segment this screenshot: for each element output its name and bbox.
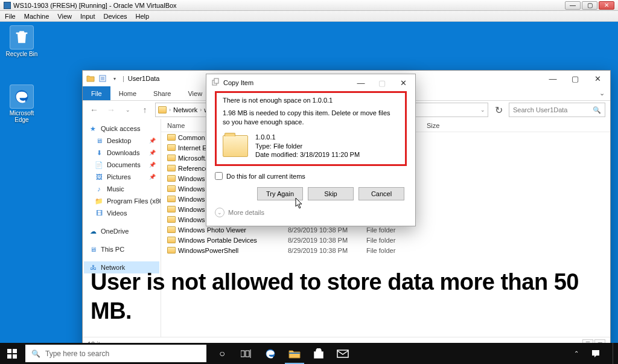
menu-view[interactable]: View <box>57 13 72 20</box>
file-type: File folder <box>360 237 421 244</box>
menu-devices[interactable]: Devices <box>103 13 127 20</box>
skip-button[interactable]: Skip <box>308 187 354 200</box>
refresh-button[interactable]: ↻ <box>492 104 505 116</box>
svg-rect-4 <box>7 349 11 353</box>
mail-taskbar-icon[interactable] <box>331 343 355 364</box>
do-for-all-checkbox-row[interactable]: Do this for all current items <box>215 172 407 180</box>
nav-onedrive[interactable]: ☁OneDrive <box>84 225 159 237</box>
folder-icon <box>167 216 176 223</box>
search-input[interactable]: Search User1Data 🔍 <box>509 103 605 117</box>
breadcrumb-network[interactable]: Network <box>173 106 197 113</box>
edge-taskbar-icon[interactable] <box>258 343 282 364</box>
dialog-maximize-button[interactable]: ▢ <box>372 75 392 90</box>
tab-file[interactable]: File <box>83 86 110 100</box>
start-button[interactable] <box>0 343 24 364</box>
menu-help[interactable]: Help <box>136 13 150 20</box>
nav-programfiles[interactable]: 📁Program Files (x86) <box>84 195 159 207</box>
file-date: 8/29/2019 10:38 PM <box>282 237 360 244</box>
dialog-subtext: 1.98 MB is needed to copy this item. Del… <box>223 109 399 127</box>
tab-share[interactable]: Share <box>145 86 179 100</box>
cancel-button[interactable]: Cancel <box>358 187 404 200</box>
desktop[interactable]: Recycle Bin Microsoft Edge ▾ | User1Data… <box>0 22 618 343</box>
store-taskbar-icon[interactable] <box>307 343 331 364</box>
qat-properties-icon[interactable] <box>98 74 107 83</box>
folder-icon <box>167 206 176 212</box>
nav-music[interactable]: ♪Music <box>84 183 159 195</box>
svg-rect-3 <box>214 78 218 83</box>
menu-machine[interactable]: Machine <box>24 13 49 20</box>
try-again-button[interactable]: Try Again <box>257 187 303 200</box>
nav-desktop[interactable]: 🖥Desktop📌 <box>84 135 159 147</box>
chevron-right-icon[interactable]: › <box>169 107 171 113</box>
taskbar: 🔍 Type here to search ○ ⌃ <box>0 343 618 364</box>
do-for-all-checkbox[interactable] <box>215 172 223 180</box>
file-type: File folder <box>360 247 421 254</box>
folder-icon <box>223 135 248 157</box>
forward-button[interactable]: → <box>104 103 118 117</box>
nav-thispc[interactable]: 🖥This PC <box>84 243 159 255</box>
folder-icon <box>167 237 176 243</box>
search-icon: 🔍 <box>593 106 601 114</box>
search-placeholder: Search User1Data <box>513 106 568 113</box>
dialog-title-text: Copy Item <box>223 79 253 86</box>
dialog-minimize-button[interactable]: — <box>351 75 371 90</box>
file-name: Windows Portable Devices <box>178 237 257 244</box>
do-for-all-label: Do this for all current items <box>226 173 305 180</box>
svg-rect-12 <box>289 353 300 354</box>
system-tray: ⌃ <box>574 343 618 364</box>
svg-rect-6 <box>7 354 11 359</box>
taskbar-search[interactable]: 🔍 Type here to search <box>25 345 206 362</box>
explorer-minimize-button[interactable]: — <box>543 72 563 85</box>
recent-locations-button[interactable]: ⌄ <box>121 103 135 117</box>
dialog-title-bar[interactable]: Copy Item — ▢ ✕ <box>206 74 415 91</box>
menu-input[interactable]: Input <box>80 13 95 20</box>
cortana-button[interactable]: ○ <box>210 343 234 364</box>
explorer-close-button[interactable]: ✕ <box>587 72 608 85</box>
show-desktop-button[interactable] <box>613 343 616 364</box>
more-details-toggle[interactable]: ⌄ More details <box>215 206 407 220</box>
recycle-bin-icon[interactable]: Recycle Bin <box>4 25 40 57</box>
maximize-button[interactable]: ▢ <box>582 1 597 10</box>
menu-file[interactable]: File <box>5 13 16 20</box>
folder-icon <box>167 155 176 161</box>
folder-icon <box>167 175 176 182</box>
item-name: 1.0.0.1 <box>255 133 360 142</box>
col-size[interactable]: Size <box>421 122 457 129</box>
minimize-button[interactable]: — <box>565 1 581 10</box>
table-row[interactable]: Windows Portable Devices8/29/2019 10:38 … <box>161 235 610 245</box>
nav-downloads[interactable]: ⬇Downloads📌 <box>84 147 159 159</box>
task-view-button[interactable] <box>234 343 258 364</box>
explorer-title-text: User1Data <box>128 75 160 82</box>
edge-label: Microsoft Edge <box>4 110 40 123</box>
ribbon-expand-icon[interactable]: ⌄ <box>593 86 610 100</box>
explorer-maximize-button[interactable]: ▢ <box>565 72 585 85</box>
action-center-icon[interactable] <box>585 343 607 364</box>
close-button[interactable]: ✕ <box>599 1 614 10</box>
dialog-close-button[interactable]: ✕ <box>393 75 413 90</box>
chevron-right-icon[interactable]: › <box>200 107 202 113</box>
edge-icon[interactable]: Microsoft Edge <box>4 85 40 123</box>
folder-icon <box>167 134 176 141</box>
explorer-taskbar-icon[interactable] <box>282 343 307 364</box>
table-row[interactable]: WindowsPowerShell8/29/2019 10:38 PMFile … <box>161 245 610 255</box>
folder-icon <box>167 144 176 151</box>
nav-videos[interactable]: 🎞Videos <box>84 207 159 219</box>
up-button[interactable]: ↑ <box>138 103 151 117</box>
copy-item-dialog: Copy Item — ▢ ✕ There is not enough spac… <box>206 74 416 226</box>
address-dropdown-icon[interactable]: ⌄ <box>480 107 485 113</box>
virtualbox-icon <box>4 2 11 9</box>
folder-icon <box>167 165 176 171</box>
folder-icon <box>167 185 176 192</box>
tab-home[interactable]: Home <box>110 86 145 100</box>
file-name: Windows Photo Viewer <box>178 226 246 234</box>
more-details-label: More details <box>228 209 264 216</box>
file-date: 8/29/2019 10:38 PM <box>282 247 360 254</box>
folder-icon <box>86 74 95 83</box>
tray-overflow-icon[interactable]: ⌃ <box>574 350 579 357</box>
nav-pictures[interactable]: 🖼Pictures📌 <box>84 171 159 183</box>
nav-documents[interactable]: 📄Documents📌 <box>84 159 159 171</box>
folder-icon <box>167 226 176 233</box>
qat-dropdown-icon[interactable]: ▾ <box>110 74 119 83</box>
back-button[interactable]: ← <box>88 103 101 117</box>
nav-quick-access[interactable]: ★Quick access <box>84 123 159 135</box>
